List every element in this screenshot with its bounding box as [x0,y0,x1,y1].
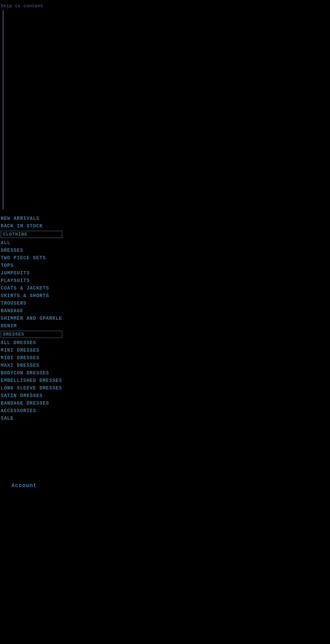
nav-item-bodycon-dresses[interactable]: BODYCON DRESSES [1,369,62,377]
nav-item-skirts-shorts[interactable]: SKIRTS & SHORTS [1,292,62,300]
nav-item-playsuits[interactable]: PLAYSUITS [1,277,62,284]
main-navigation: NEW ARRIVALS BACK IN STOCK CLOTHING All … [1,215,62,422]
nav-item-accessories[interactable]: ACCESSORIES [1,407,62,415]
nav-item-embellished-dresses[interactable]: EMBELLISHED DRESSES [1,377,62,384]
bottom-nav-section: ACCESSORIES SALE [1,407,62,422]
nav-item-dresses[interactable]: DRESSES [1,247,62,254]
nav-item-mini-dresses[interactable]: MINI DRESSES [1,347,62,354]
nav-item-maxi-dresses[interactable]: MAXI DRESSES [1,362,62,369]
clothing-nav-section: All DRESSES TWO PIECE SETS TOPS JUMPSUIT… [1,239,62,330]
nav-item-long-sleeve-dresses[interactable]: LONG SLEEVE DRESSES [1,384,62,392]
nav-item-shimmer-sparkle[interactable]: SHIMMER AND SPARKLE [1,315,62,322]
nav-item-satin-dresses[interactable]: SATIN DRESSES [1,392,62,399]
nav-item-two-piece-sets[interactable]: TWO PIECE SETS [1,254,62,262]
nav-item-bandage[interactable]: BANDAGE [1,307,62,315]
dresses-nav-section: ALL DRESSES MINI DRESSES MIDI DRESSES MA… [1,339,62,407]
nav-item-all-dresses[interactable]: ALL DRESSES [1,339,62,347]
skip-to-content-link[interactable]: Skip to content [1,3,44,9]
nav-item-denim[interactable]: DENIM [1,322,62,330]
nav-item-all[interactable]: All [1,239,62,247]
nav-item-sale[interactable]: SALE [1,415,62,422]
nav-item-trousers[interactable]: TROUSERS [1,300,62,307]
nav-item-jumpsuits[interactable]: JUMPSUITS [1,269,62,277]
nav-item-new-arrivals[interactable]: NEW ARRIVALS [1,215,62,222]
nav-item-coats-jackets[interactable]: COATS & JACKETS [1,284,62,292]
account-link[interactable]: Account [11,483,37,489]
nav-item-bandage-dresses[interactable]: BANDAGE DRESSES [1,399,62,407]
top-nav-section: NEW ARRIVALS BACK IN STOCK [1,215,62,230]
nav-item-back-in-stock[interactable]: BACK IN STOCK [1,222,62,230]
nav-item-tops[interactable]: TOPS [1,262,62,269]
nav-item-midi-dresses[interactable]: MIDI DRESSES [1,354,62,362]
left-border-decoration [3,10,3,210]
clothing-badge[interactable]: CLOTHING [1,231,62,238]
dresses-badge[interactable]: DRESSES [1,331,62,338]
